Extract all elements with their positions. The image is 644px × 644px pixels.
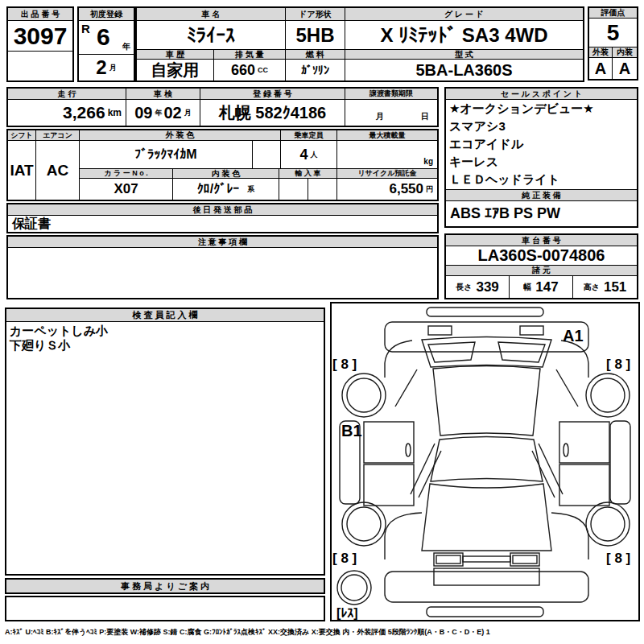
interior-grade-value: A — [613, 58, 637, 79]
car-diagram-box: A1 B1 [ 8 ] [ 8 ] [ 8 ] [ 8 ] [ﾚｽ] — [330, 302, 640, 621]
body-color-value: ﾌﾞﾗｯｸﾏｲｶM — [80, 141, 253, 169]
vehicle-top-box: 車 名 ドア形状 グ レ ー ド ﾐﾗｲｰｽ 5HB X ﾘﾐﾃｯﾄﾞ SA3 … — [135, 6, 584, 82]
interior-color-name: ｸﾛ/ｸﾞﾚｰ — [197, 182, 239, 196]
body-color-label: 外 装 色 — [80, 130, 281, 141]
inspector-notes: カーペットしみ小 下廻りＳ小 — [6, 322, 324, 574]
exterior-grade-label: 外装 — [589, 47, 613, 58]
inspection-month-unit: 月 — [184, 108, 192, 118]
spec-height-value: 151 — [604, 279, 626, 295]
auction-sheet: 出 品 番 号 3097 初度登録 R 6 年 2 月 車 名 ドア形状 グ レ… — [0, 0, 644, 644]
spare-tire-mark: [ﾚｽ] — [336, 606, 358, 620]
capacity-label: 乗車定員 — [281, 130, 337, 141]
inspector-note: カーペットしみ小 — [6, 324, 324, 338]
transfer-month-unit: 月 — [376, 111, 384, 122]
caution-content — [8, 248, 437, 298]
spec-width-value: 147 — [535, 279, 558, 295]
color-no-value: X07 — [80, 179, 173, 200]
lot-empty-cell — [8, 52, 72, 80]
registration-number-label: 登 録 番 号 — [200, 89, 345, 100]
score-box: 評価点 5 外装 内装 A A — [588, 6, 638, 80]
damage-mark-a1: A1 — [563, 327, 584, 345]
spec-length-label: 長さ — [456, 282, 472, 293]
aircon-value: AC — [36, 141, 80, 200]
sales-point-item: ＬＥＤヘッドライト — [446, 171, 637, 188]
lot-box: 出 品 番 号 3097 — [6, 6, 74, 82]
oem-equipment-label: 純 正 装 備 — [446, 190, 637, 201]
registration-number-value: 札幌 582ｸ4186 — [200, 100, 345, 126]
corner-mark-rear-left: [ 8 ] — [332, 357, 357, 372]
fuel-label: 燃 料 — [286, 50, 345, 60]
sales-point-item: キーレス — [446, 153, 637, 171]
sales-point-item: ★オークションデビュー★ — [446, 100, 637, 118]
inspection-year-unit: 年 — [155, 108, 163, 118]
spec-length: 長さ 339 — [446, 276, 510, 298]
later-parts-value: 保証書 — [8, 216, 437, 232]
mileage-row-box: 走 行 車 検 登 録 番 号 譲渡書類期限 3,266 km 09 年 02 … — [6, 87, 439, 127]
import-car-cell-1 — [279, 179, 308, 200]
exterior-grade-value: A — [589, 58, 613, 79]
year-unit: 年 — [122, 41, 130, 52]
corner-mark-front-left: [ 8 ] — [332, 551, 357, 566]
car-name-value: ﾐﾗｲｰｽ — [137, 21, 286, 50]
recycle-deposit-value: 6,550 円 — [337, 179, 437, 200]
import-car-cell-2 — [308, 179, 337, 200]
lot-label: 出 品 番 号 — [8, 8, 72, 21]
office-label: 事 務 局 よ り ご 案 内 — [5, 578, 325, 594]
inspector-label: 検 査 員 記 入 欄 — [6, 309, 324, 322]
first-registration-label: 初度登録 — [79, 8, 134, 21]
displacement-number: 660 — [231, 62, 255, 79]
era-code: R — [81, 22, 90, 35]
reg-year: 6 — [97, 23, 110, 51]
model-code-value: 5BA-LA360S — [345, 60, 583, 80]
sales-point-item: エコアイドル — [446, 135, 637, 153]
recycle-amount: 6,550 — [389, 181, 423, 197]
displacement-value: 660 CC — [214, 60, 286, 80]
score-label: 評価点 — [589, 8, 637, 19]
chassis-label: 車 台 番 号 — [446, 235, 637, 246]
door-value: 5HB — [286, 21, 345, 50]
recycle-deposit-label: リサイクル預託金 — [337, 169, 437, 179]
damage-code-legend: A:ｷｽﾞ U:ﾍｺﾐ B:ｷｽﾞを伴うﾍｺﾐ P:要塗装 W:補修跡 S:錆 … — [5, 627, 642, 638]
door-label: ドア形状 — [286, 8, 345, 21]
grade-label: グ レ ー ド — [345, 8, 583, 21]
max-load-value: kg — [337, 141, 437, 169]
inspection-label: 車 検 — [126, 89, 200, 100]
inspection-value: 09 年 02 月 — [126, 100, 200, 126]
capacity-number: 4 — [299, 147, 308, 163]
later-parts-box: 後 日 発 送 部 品 保証書 — [6, 203, 439, 233]
grade-value: X ﾘﾐﾃｯﾄﾞ SA3 4WD — [345, 21, 583, 50]
capacity-unit: 人 — [311, 150, 318, 160]
displacement-label: 排 気 量 — [214, 50, 286, 60]
corner-mark-front-right: [ 8 ] — [606, 551, 630, 566]
interior-color-value: ｸﾛ/ｸﾞﾚｰ 系 — [173, 179, 279, 200]
aircon-label: エアコン — [36, 130, 80, 141]
office-content — [5, 596, 325, 621]
recycle-unit: 円 — [426, 184, 433, 195]
score-value: 5 — [589, 19, 637, 47]
first-registration-year-cell: R 6 年 — [79, 21, 134, 55]
specs-label: 諸 元 — [446, 266, 637, 276]
car-top-view-diagram: A1 B1 [ 8 ] [ 8 ] [ 8 ] [ 8 ] [ﾚｽ] — [332, 303, 638, 620]
interior-grade-label: 内装 — [613, 47, 637, 58]
sales-points-list: ★オークションデビュー★ スマアシ3 エコアイドル キーレス ＬＥＤヘッドライト — [446, 100, 637, 190]
corner-mark-rear-right: [ 8 ] — [606, 357, 630, 372]
sales-points-label: セ ー ル ス ポ イ ン ト — [446, 89, 637, 100]
max-load-unit: kg — [423, 157, 433, 166]
fuel-value: ｶﾞｿﾘﾝ — [286, 60, 345, 80]
sales-points-box: セ ー ル ス ポ イ ン ト ★オークションデビュー★ スマアシ3 エコアイド… — [444, 87, 638, 228]
body-color-extra-cell — [253, 141, 281, 169]
inspector-note: 下廻りＳ小 — [6, 338, 324, 353]
later-parts-label: 後 日 発 送 部 品 — [8, 204, 437, 216]
caution-label: 注 意 事 項 欄 — [8, 237, 437, 248]
sales-point-item: スマアシ3 — [446, 118, 637, 135]
model-code-label: 型 式 — [345, 50, 583, 60]
chassis-value: LA360S-0074806 — [446, 246, 637, 266]
first-registration-box: 初度登録 R 6 年 2 月 — [77, 6, 135, 82]
lot-number: 3097 — [8, 21, 72, 52]
shift-label: シフト — [8, 130, 36, 141]
spec-width: 幅 147 — [510, 276, 573, 298]
history-value: 自家用 — [137, 60, 214, 80]
color-no-label: カ ラ ー N o . — [80, 169, 173, 179]
max-load-label: 最大積載量 — [337, 130, 437, 141]
capacity-value: 4 人 — [281, 141, 337, 169]
